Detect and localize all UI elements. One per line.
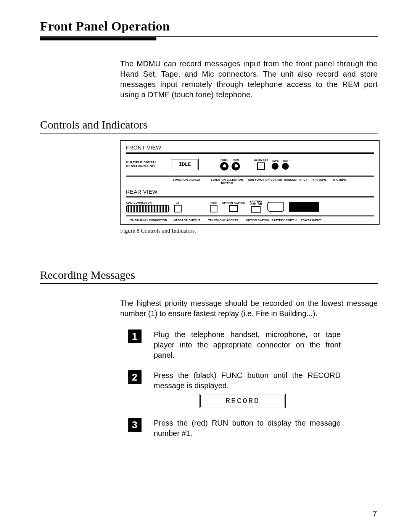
psu-block-icon <box>289 202 319 212</box>
option-label: OPTION SWITCH <box>222 202 245 204</box>
page-title: Front Panel Operation <box>40 19 378 34</box>
step-3: 3 Press the (red) RUN button to display … <box>128 418 378 439</box>
step-text-1: Plug the telephone handset, microphone, … <box>154 329 341 360</box>
recording-intro: The highest priority message should be r… <box>120 298 378 319</box>
callout-batt-sw: BATTERY SWITCH <box>271 219 298 222</box>
callout-func-display: FUNCTION DISPLAY <box>168 178 206 185</box>
front-view-title: FRONT VIEW <box>126 145 374 151</box>
callout-50pin: 50 PIN RJ-21 CONNECTOR <box>126 219 172 222</box>
title-thick-rule <box>40 37 156 40</box>
section-rule-2 <box>40 283 378 284</box>
page-number: 7 <box>373 509 377 518</box>
callout-pwr-in: POWER INPUT <box>298 219 324 222</box>
handset-jack-icon <box>257 162 265 170</box>
on-label: ON <box>258 203 262 206</box>
batt-label: BATTERY <box>249 200 262 203</box>
callout-func-sel: FUNCTION SELECTION BUTTON <box>206 178 248 185</box>
section-rule <box>40 133 378 133</box>
step-number-2: 2 <box>128 370 142 384</box>
func-label: FUNC <box>220 159 229 161</box>
handset-label: HAND SET <box>254 159 268 162</box>
rem-port-icon <box>210 205 217 212</box>
run-button-icon <box>232 162 240 170</box>
tape-label: TAPE <box>271 159 278 162</box>
unit-name-l2: MESSAGING UNIT <box>126 164 168 168</box>
step-number-1: 1 <box>128 329 142 343</box>
figure-caption: Figure 8 Controls and Indicators. <box>120 228 380 234</box>
section-heading-controls: Controls and Indicators <box>40 118 378 131</box>
step-1: 1 Plug the telephone handset, microphone… <box>128 329 378 360</box>
mic-jack-icon <box>282 163 289 170</box>
j1-label: J1 <box>176 201 179 204</box>
run-label: RUN <box>233 159 239 161</box>
option-switch-icon <box>229 205 238 212</box>
intro-paragraph: The MDMU can record messages input from … <box>120 59 378 100</box>
off-label: OFF <box>250 203 256 206</box>
step-text-3: Press the (red) RUN button to display th… <box>154 418 341 439</box>
callout-tape-in: TAPE INPUT <box>309 178 330 185</box>
aux-label: AUX. CONNECTOR <box>126 201 152 204</box>
callout-handset-in: HANDSET INPUT <box>282 178 309 185</box>
aux-connector-icon <box>126 205 169 212</box>
figure-controls: FRONT VIEW MULTIPLE DIGITAL MESSAGING UN… <box>120 140 380 234</box>
section-heading-recording: Recording Messages <box>40 268 378 281</box>
callout-run-btn: RUN FUNCTION BUTTON <box>248 178 282 185</box>
power-plug-icon <box>267 202 284 212</box>
tape-jack-icon <box>272 163 278 170</box>
mic-label: MIC <box>283 159 288 162</box>
lcd-display: IDLE <box>171 159 199 170</box>
step-2: 2 Press the (black) FUNC button until th… <box>128 370 378 408</box>
title-underline <box>40 36 378 37</box>
record-display: RECORD <box>200 394 286 408</box>
step-number-3: 3 <box>128 418 142 432</box>
rear-panel-strip: AUX. CONNECTOR J1 REM OPTION SWITCH <box>126 196 374 217</box>
unit-name-l1: MULTIPLE DIGITAL <box>126 161 168 164</box>
step-text-2: Press the (black) FUNC button until the … <box>154 370 341 391</box>
front-panel-strip: MULTIPLE DIGITAL MESSAGING UNIT IDLE FUN… <box>126 152 374 177</box>
func-button-icon <box>220 162 229 170</box>
rear-view-title: REAR VIEW <box>126 189 374 195</box>
battery-switch-icon <box>251 206 261 213</box>
callout-mic-in: MIC INPUT <box>330 178 351 185</box>
rem-label: REM <box>211 201 217 204</box>
j1-port-icon <box>174 205 182 212</box>
callout-tel-access: TELEPHONE ACCESS <box>202 219 244 222</box>
callout-msg-out: MESSAGE OUTPUT <box>172 219 202 222</box>
callout-opt-sw: OPTION SWITCH <box>244 219 271 222</box>
